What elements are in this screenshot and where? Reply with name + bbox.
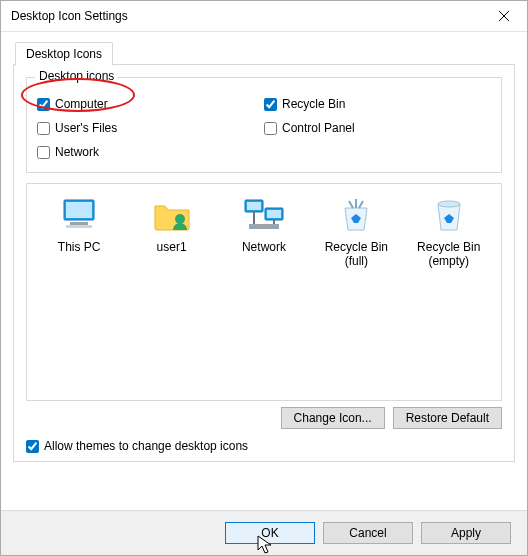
preview-network[interactable]: Network [221,194,307,254]
apply-button[interactable]: Apply [421,522,511,544]
dialog-footer: OK Cancel Apply [1,510,527,555]
user-folder-icon [151,194,193,236]
svg-rect-3 [66,202,92,218]
svg-rect-10 [267,210,281,218]
control-panel-label[interactable]: Control Panel [282,121,355,135]
network-label[interactable]: Network [55,145,99,159]
dialog-body: Desktop Icons Desktop icons Computer Use… [1,32,527,474]
users-files-checkbox[interactable] [37,122,50,135]
checkbox-row-network: Network [37,140,264,164]
preview-user[interactable]: user1 [129,194,215,254]
tab-desktop-icons[interactable]: Desktop Icons [15,42,113,66]
users-files-label[interactable]: User's Files [55,121,117,135]
recycle-bin-checkbox[interactable] [264,98,277,111]
checkbox-row-control-panel: Control Panel [264,116,491,140]
recycle-bin-full-icon [335,194,377,236]
preview-user-label: user1 [129,240,215,254]
checkbox-row-users-files: User's Files [37,116,264,140]
titlebar: Desktop Icon Settings [1,1,527,32]
close-button[interactable] [481,1,527,31]
preview-this-pc[interactable]: This PC [36,194,122,254]
ok-button[interactable]: OK [225,522,315,544]
preview-recycle-bin-empty[interactable]: Recycle Bin (empty) [406,194,492,268]
window-title: Desktop Icon Settings [11,9,481,23]
window: Desktop Icon Settings Desktop Icons Desk… [0,0,528,556]
change-icon-button[interactable]: Change Icon... [281,407,385,429]
svg-rect-11 [249,224,279,229]
allow-themes-checkbox[interactable] [26,440,39,453]
network-icon [243,194,285,236]
checkbox-row-recycle-bin: Recycle Bin [264,92,491,116]
allow-themes-label[interactable]: Allow themes to change desktop icons [44,439,248,453]
preview-recycle-bin-full[interactable]: Recycle Bin (full) [313,194,399,268]
svg-rect-4 [70,222,88,225]
preview-button-row: Change Icon... Restore Default [26,407,502,429]
preview-this-pc-label: This PC [36,240,122,254]
group-desktop-icons: Desktop icons Computer User's Files [26,77,502,173]
svg-point-14 [438,201,460,207]
preview-network-label: Network [221,240,307,254]
cancel-button[interactable]: Cancel [323,522,413,544]
group-title: Desktop icons [35,69,118,83]
allow-themes-row: Allow themes to change desktop icons [26,439,502,453]
restore-default-button[interactable]: Restore Default [393,407,502,429]
svg-point-6 [175,214,185,224]
close-icon [499,11,509,21]
tab-pane: Desktop icons Computer User's Files [13,65,515,462]
recycle-bin-empty-icon [428,194,470,236]
network-checkbox[interactable] [37,146,50,159]
control-panel-checkbox[interactable] [264,122,277,135]
svg-rect-8 [247,202,261,210]
recycle-bin-label[interactable]: Recycle Bin [282,97,345,111]
svg-rect-5 [66,225,92,228]
icon-preview-panel: This PC user1 Network [26,183,502,401]
checkbox-row-computer: Computer [37,92,264,116]
tab-strip: Desktop Icons [13,42,515,65]
computer-checkbox[interactable] [37,98,50,111]
preview-recycle-full-label: Recycle Bin (full) [313,240,399,268]
computer-icon [58,194,100,236]
computer-label[interactable]: Computer [55,97,108,111]
preview-recycle-empty-label: Recycle Bin (empty) [406,240,492,268]
